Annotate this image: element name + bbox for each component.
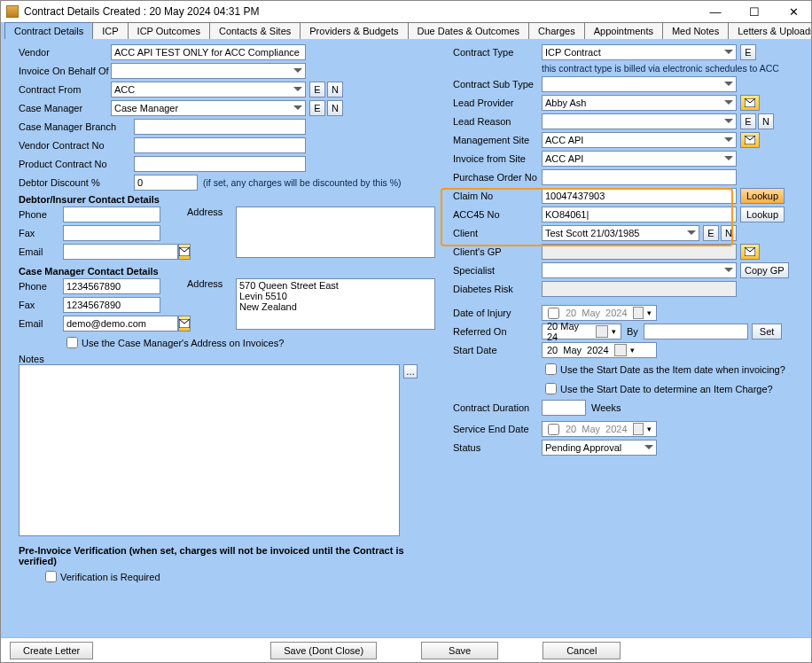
start-datepicker[interactable]: 20May2024▾: [542, 342, 657, 358]
tab-icp[interactable]: ICP: [92, 22, 128, 39]
doi-datepicker[interactable]: 20May2024▾: [542, 305, 657, 321]
mgmt-site-mail-icon[interactable]: [740, 132, 760, 148]
label-cm-address: Address: [187, 278, 236, 334]
tab-providers-budgets[interactable]: Providers & Budgets: [300, 22, 408, 39]
label-svc-end: Service End Date: [453, 424, 542, 434]
contract-type-e-button[interactable]: E: [740, 44, 756, 60]
doi-enable-checkbox[interactable]: [548, 308, 559, 319]
label-referred: Referred On: [453, 326, 542, 337]
po-no-input[interactable]: [542, 169, 737, 185]
svc-end-datepicker[interactable]: 20May2024▾: [542, 421, 657, 437]
notes-textarea[interactable]: [19, 364, 400, 536]
label-cm-phone: Phone: [19, 281, 63, 292]
label-lead-reason: Lead Reason: [453, 116, 542, 127]
client-n-button[interactable]: N: [721, 225, 737, 241]
lead-reason-n-button[interactable]: N: [758, 113, 774, 129]
lead-reason-e-button[interactable]: E: [740, 113, 756, 129]
tab-due-dates[interactable]: Due Dates & Outcomes: [408, 22, 530, 39]
contract-from-n-button[interactable]: N: [327, 82, 343, 98]
window-title: Contract Details Created : 20 May 2024 0…: [24, 5, 703, 18]
tab-bar: Contract Details ICP ICP Outcomes Contac…: [1, 22, 811, 39]
label-client: Client: [453, 228, 542, 238]
debtor-phone-input[interactable]: [63, 207, 160, 222]
debtor-email-input[interactable]: [63, 244, 178, 260]
minimize-button[interactable]: —: [703, 5, 728, 19]
acc45-input[interactable]: [542, 207, 737, 222]
label-debtor-discount: Debtor Discount %: [19, 177, 111, 188]
maximize-button[interactable]: ☐: [742, 5, 767, 19]
debtor-address-textarea[interactable]: [236, 207, 435, 258]
cm-phone-input[interactable]: [63, 278, 160, 294]
contract-type-hint: this contract type is billed via electro…: [542, 63, 779, 74]
label-case-manager: Case Manager: [19, 103, 111, 113]
use-startdate-itemdate-checkbox[interactable]: [545, 363, 557, 375]
save-dont-close-button[interactable]: Save (Dont Close): [270, 642, 377, 659]
specialist-select[interactable]: [542, 262, 737, 278]
copy-gp-button[interactable]: Copy GP: [740, 262, 789, 278]
client-select[interactable]: Test Scott 21/03/1985: [542, 225, 699, 241]
tab-contacts-sites[interactable]: Contacts & Sites: [209, 22, 301, 39]
cm-email-input[interactable]: [63, 316, 178, 332]
label-by: By: [627, 326, 638, 337]
cm-n-button[interactable]: N: [327, 100, 343, 116]
debtor-fax-input[interactable]: [63, 225, 160, 241]
tab-med-notes[interactable]: Med Notes: [662, 22, 729, 39]
verification-required-checkbox[interactable]: [45, 571, 57, 582]
referred-by-input[interactable]: [644, 324, 748, 339]
lead-reason-select[interactable]: [542, 113, 737, 129]
save-button[interactable]: Save: [421, 642, 498, 659]
create-letter-button[interactable]: Create Letter: [10, 642, 93, 659]
contract-type-select[interactable]: ICP Contract: [542, 44, 737, 60]
tab-contract-details[interactable]: Contract Details: [4, 22, 93, 39]
cm-address-textarea[interactable]: 570 Queen Street East Levin 5510 New Zea…: [236, 278, 435, 330]
label-vendor: Vendor: [19, 47, 111, 58]
cm-branch-input[interactable]: [134, 119, 306, 135]
tab-icp-outcomes[interactable]: ICP Outcomes: [128, 22, 210, 39]
label-specialist: Specialist: [453, 265, 542, 276]
use-cm-address-checkbox[interactable]: [66, 337, 78, 348]
client-e-button[interactable]: E: [703, 225, 719, 241]
notes-expand-button[interactable]: …: [403, 364, 418, 378]
client-gp-display: [542, 244, 737, 260]
label-client-gp: Client's GP: [453, 246, 542, 257]
referred-set-button[interactable]: Set: [752, 324, 783, 339]
label-vendor-contract-no: Vendor Contract No: [19, 140, 111, 151]
referred-datepicker[interactable]: 20 May 24▾: [542, 324, 621, 339]
claim-no-input[interactable]: [542, 188, 737, 204]
contract-from-select[interactable]: ACC: [111, 82, 306, 98]
tab-charges[interactable]: Charges: [528, 22, 585, 39]
invoice-site-select[interactable]: ACC API: [542, 151, 737, 167]
svc-end-enable-checkbox[interactable]: [548, 424, 559, 435]
label-debtor-fax: Fax: [19, 228, 63, 238]
calendar-icon: [614, 344, 627, 356]
label-invoice-behalf: Invoice On Behalf Of: [19, 66, 111, 76]
lead-provider-select[interactable]: Abby Ash: [542, 95, 737, 111]
cm-e-button[interactable]: E: [309, 100, 325, 116]
duration-input[interactable]: [542, 400, 586, 416]
mgmt-site-select[interactable]: ACC API: [542, 132, 737, 148]
sub-type-select[interactable]: [542, 76, 737, 92]
status-select[interactable]: Pending Approval: [542, 440, 657, 456]
titlebar: Contract Details Created : 20 May 2024 0…: [1, 1, 811, 22]
vendor-contract-no-input[interactable]: [134, 137, 306, 153]
tab-letters-uploads[interactable]: Letters & Uploads: [728, 22, 812, 39]
cancel-button[interactable]: Cancel: [543, 642, 621, 659]
contract-from-e-button[interactable]: E: [309, 82, 325, 98]
use-startdate-itemcharge-checkbox[interactable]: [545, 383, 557, 394]
debtor-discount-input[interactable]: [134, 175, 198, 191]
acc45-lookup-button[interactable]: Lookup: [740, 207, 785, 222]
cm-fax-input[interactable]: [63, 297, 160, 313]
claim-lookup-button[interactable]: Lookup: [740, 188, 785, 204]
product-contract-no-input[interactable]: [134, 156, 306, 172]
client-gp-mail-icon[interactable]: [740, 244, 760, 260]
discount-hint: (if set, any charges will be discounted …: [203, 177, 402, 188]
vendor-input[interactable]: [111, 44, 306, 60]
close-button[interactable]: ✕: [781, 5, 806, 19]
tab-appointments[interactable]: Appointments: [584, 22, 663, 39]
label-cm-email: Email: [19, 318, 63, 329]
lead-provider-mail-icon[interactable]: [740, 95, 760, 111]
label-use-itemdate: Use the Start Date as the Item date when…: [560, 364, 785, 375]
invoice-behalf-select[interactable]: [111, 63, 306, 79]
case-manager-select[interactable]: Case Manager: [111, 100, 306, 116]
cm-contact-heading: Case Manager Contact Details: [19, 266, 435, 277]
